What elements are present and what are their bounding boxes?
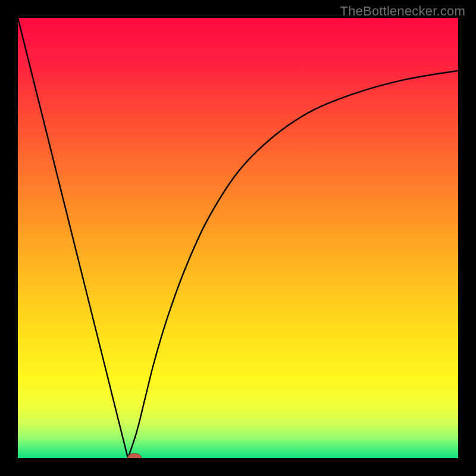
gradient-background [18, 18, 458, 458]
chart-frame [18, 18, 458, 458]
bottleneck-chart [18, 18, 458, 458]
attribution-text: TheBottlenecker.com [340, 4, 465, 19]
